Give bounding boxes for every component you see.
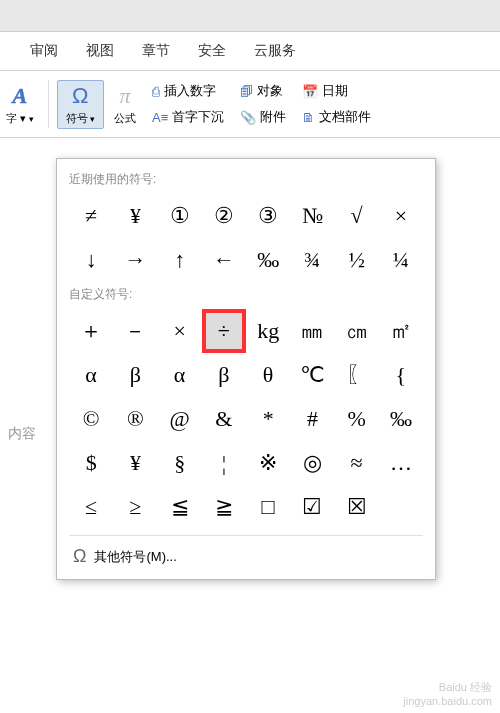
recent-symbols-label: 近期使用的符号: <box>69 171 423 188</box>
symbol-cell[interactable]: ㎝ <box>335 309 379 353</box>
symbol-cell[interactable]: － <box>113 309 157 353</box>
symbol-cell[interactable]: ☒ <box>335 485 379 529</box>
symbol-cell[interactable]: ≠ <box>69 194 113 238</box>
watermark-brand: Baidu 经验 <box>403 680 492 695</box>
watermark-url: jingyan.baidu.com <box>403 695 492 707</box>
symbol-cell[interactable]: { <box>379 353 423 397</box>
symbol-cell[interactable]: § <box>158 441 202 485</box>
symbol-cell[interactable]: ② <box>202 194 246 238</box>
symbol-cell[interactable]: ¦ <box>202 441 246 485</box>
symbol-cell[interactable]: ¼ <box>379 238 423 282</box>
symbol-dropdown: 近期使用的符号: ≠¥①②③№√×↓→↑←‰¾½¼ 自定义符号: ＋－×÷kg㎜… <box>56 158 436 580</box>
tab-chapter[interactable]: 章节 <box>142 42 170 60</box>
symbol-cell[interactable]: ¥ <box>113 194 157 238</box>
symbol-cell[interactable]: ↓ <box>69 238 113 282</box>
symbol-cell[interactable]: ※ <box>246 441 290 485</box>
wordart-button[interactable]: A 字 ▾ <box>0 81 40 128</box>
symbol-cell[interactable]: ☑ <box>290 485 334 529</box>
symbol-cell[interactable]: ≦ <box>158 485 202 529</box>
omega-icon: Ω <box>72 83 88 109</box>
dropcap-label: 首字下沉 <box>172 108 224 126</box>
symbol-cell[interactable]: # <box>290 397 334 441</box>
tab-security[interactable]: 安全 <box>198 42 226 60</box>
symbol-cell[interactable]: □ <box>246 485 290 529</box>
symbol-cell[interactable]: ◎ <box>290 441 334 485</box>
symbol-cell[interactable]: ≈ <box>335 441 379 485</box>
symbol-cell[interactable]: & <box>202 397 246 441</box>
insert-number-button[interactable]: ⎙ 插入数字 <box>146 79 230 103</box>
tab-review[interactable]: 审阅 <box>30 42 58 60</box>
symbol-cell[interactable]: % <box>335 397 379 441</box>
calendar-icon: 📅 <box>302 84 318 99</box>
docparts-button[interactable]: 🗎 文档部件 <box>296 105 377 129</box>
symbol-cell[interactable]: ↑ <box>158 238 202 282</box>
symbol-cell[interactable]: ≧ <box>202 485 246 529</box>
symbol-cell[interactable]: θ <box>246 353 290 397</box>
wordart-icon: A <box>12 83 27 109</box>
symbol-cell[interactable]: ≥ <box>113 485 157 529</box>
attachment-button[interactable]: 📎 附件 <box>234 105 292 129</box>
docparts-icon: 🗎 <box>302 110 315 125</box>
symbol-cell[interactable]: ÷ <box>202 309 246 353</box>
document-placeholder: 内容 <box>0 425 36 443</box>
number-icon: ⎙ <box>152 84 160 99</box>
symbol-cell[interactable]: β <box>113 353 157 397</box>
symbol-cell[interactable]: @ <box>158 397 202 441</box>
symbol-cell[interactable]: $ <box>69 441 113 485</box>
symbol-cell[interactable]: 〖 <box>335 353 379 397</box>
date-button[interactable]: 📅 日期 <box>296 79 377 103</box>
symbol-cell[interactable]: ® <box>113 397 157 441</box>
symbol-cell[interactable]: × <box>379 194 423 238</box>
symbol-cell[interactable]: ＋ <box>69 309 113 353</box>
object-label: 对象 <box>257 82 283 100</box>
symbol-cell[interactable]: ‰ <box>246 238 290 282</box>
symbol-cell[interactable]: β <box>202 353 246 397</box>
symbol-cell[interactable]: ← <box>202 238 246 282</box>
recent-symbols-grid: ≠¥①②③№√×↓→↑←‰¾½¼ <box>69 194 423 282</box>
object-button[interactable]: 🗐 对象 <box>234 79 292 103</box>
pi-icon: π <box>120 83 131 109</box>
wordart-label: 字 ▾ <box>6 111 34 126</box>
object-icon: 🗐 <box>240 84 253 99</box>
symbol-cell[interactable]: × <box>158 309 202 353</box>
symbol-cell[interactable]: ½ <box>335 238 379 282</box>
dropcap-button[interactable]: A≡ 首字下沉 <box>146 105 230 129</box>
symbol-cell[interactable]: ① <box>158 194 202 238</box>
symbol-cell[interactable]: ‰ <box>379 397 423 441</box>
more-symbols-button[interactable]: Ω 其他符号(M)... <box>69 535 423 573</box>
ribbon-group-3: 📅 日期 🗎 文档部件 <box>296 79 377 129</box>
symbol-cell[interactable]: ㎜ <box>290 309 334 353</box>
symbol-cell[interactable]: α <box>69 353 113 397</box>
watermark: Baidu 经验 jingyan.baidu.com <box>403 680 492 707</box>
symbol-cell[interactable]: → <box>113 238 157 282</box>
symbol-cell[interactable]: * <box>246 397 290 441</box>
ribbon-tabs: 审阅 视图 章节 安全 云服务 <box>0 32 500 71</box>
date-label: 日期 <box>322 82 348 100</box>
tab-cloud[interactable]: 云服务 <box>254 42 296 60</box>
symbol-cell[interactable]: ㎡ <box>379 309 423 353</box>
symbol-cell[interactable]: … <box>379 441 423 485</box>
symbol-cell[interactable]: № <box>290 194 334 238</box>
ribbon-toolbar: A 字 ▾ Ω 符号 π 公式 ⎙ 插入数字 A≡ 首字下沉 🗐 对象 📎 附件… <box>0 71 500 138</box>
symbol-cell[interactable]: © <box>69 397 113 441</box>
docparts-label: 文档部件 <box>319 108 371 126</box>
symbol-cell[interactable]: kg <box>246 309 290 353</box>
symbol-cell[interactable]: ℃ <box>290 353 334 397</box>
more-symbols-label: 其他符号(M)... <box>94 548 176 566</box>
ribbon-group-2: 🗐 对象 📎 附件 <box>234 79 292 129</box>
symbol-label: 符号 <box>66 111 96 126</box>
symbol-cell[interactable]: √ <box>335 194 379 238</box>
symbol-cell[interactable]: ③ <box>246 194 290 238</box>
omega-icon: Ω <box>73 546 86 567</box>
tab-view[interactable]: 视图 <box>86 42 114 60</box>
symbol-button[interactable]: Ω 符号 <box>57 80 105 129</box>
symbol-cell[interactable]: ¾ <box>290 238 334 282</box>
custom-symbols-grid: ＋－×÷kg㎜㎝㎡αβαβθ℃〖{©®@&*#%‰$¥§¦※◎≈…≤≥≦≧□☑☒ <box>69 309 423 529</box>
formula-label: 公式 <box>114 111 136 126</box>
custom-symbols-label: 自定义符号: <box>69 286 423 303</box>
symbol-cell[interactable]: ¥ <box>113 441 157 485</box>
symbol-cell[interactable]: α <box>158 353 202 397</box>
window-titlebar <box>0 0 500 32</box>
symbol-cell[interactable]: ≤ <box>69 485 113 529</box>
formula-button[interactable]: π 公式 <box>108 81 142 128</box>
